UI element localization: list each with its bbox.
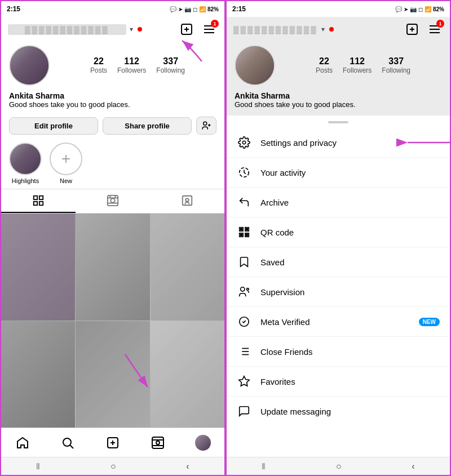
svg-rect-48 (241, 234, 242, 236)
svg-rect-50 (245, 233, 247, 235)
stat-posts[interactable]: 22 Posts (90, 56, 107, 74)
sheet-handle (328, 121, 348, 123)
highlight-thumb-1 (9, 143, 42, 175)
svg-rect-14 (34, 202, 37, 205)
grid-cell-1 (1, 213, 75, 321)
tab-grid[interactable] (1, 189, 76, 213)
meta-verified-label: Meta Verified (260, 317, 410, 327)
username-bar-left[interactable]: ▓▓▓▓▓▓▓▓▓▓▓▓ ▾ (8, 24, 142, 35)
svg-rect-16 (108, 195, 118, 206)
svg-point-7 (204, 122, 207, 125)
time-left: 2:15 (7, 5, 20, 13)
stat-following-r[interactable]: 337 Following (382, 56, 410, 74)
dropdown-icon-left[interactable]: ▾ (130, 25, 133, 33)
back-system-button-r[interactable]: ‹ (412, 461, 414, 471)
menu-item-settings[interactable]: Settings and privacy (227, 128, 450, 158)
search-button[interactable] (58, 433, 78, 453)
following-label-r: Following (382, 66, 410, 74)
following-label: Following (156, 66, 185, 74)
highlight-new-circle (50, 143, 82, 175)
right-panel: 2:15 💬 ➤ 📷 ◻ 📶 82% ▓▓▓▓▓▓▓▓▓▓▓▓ ▾ (226, 0, 451, 476)
reels-button[interactable] (148, 433, 168, 453)
camera-icon-r: 📷 (410, 6, 417, 12)
profile-section-right: 22 Posts 112 Followers 337 Following (227, 42, 450, 89)
menu-item-supervision[interactable]: Supervision (227, 277, 450, 307)
svg-rect-46 (241, 229, 242, 230)
recent-apps-button[interactable]: ⦀ (36, 461, 40, 471)
edit-profile-button[interactable]: Edit profile (9, 117, 98, 135)
bio-section-left: Ankita Sharma Good shoes take you to goo… (1, 89, 224, 113)
add-post-button-right[interactable] (404, 21, 421, 38)
highlight-item-new[interactable]: New (50, 143, 82, 184)
bio-text-left: Good shoes take you to good places. (9, 100, 216, 109)
grid-content (1, 213, 224, 428)
share-profile-button[interactable]: Share profile (103, 117, 192, 135)
menu-item-meta[interactable]: Meta Verified NEW (227, 307, 450, 337)
dropdown-icon-right[interactable]: ▾ (321, 25, 325, 33)
notification-dot-left (138, 27, 142, 32)
menu-item-activity[interactable]: Your activity (227, 158, 450, 188)
tabs-row (1, 189, 224, 213)
create-button[interactable] (103, 433, 123, 453)
avatar-left[interactable] (9, 45, 50, 86)
avatar-right[interactable] (235, 45, 275, 86)
svg-marker-63 (239, 376, 249, 386)
menu-item-qr[interactable]: QR code (227, 217, 450, 247)
menu-item-close-friends[interactable]: Close Friends (227, 337, 450, 367)
time-right: 2:15 (232, 5, 246, 13)
left-panel: 2:15 💬 ➤ 📷 ◻ 📶 82% ▓▓▓▓▓▓▓▓▓▓▓▓ ▾ (0, 0, 226, 476)
stat-following[interactable]: 337 Following (156, 56, 185, 74)
grid-cell-5 (76, 321, 149, 428)
grid-cell-4 (1, 321, 75, 428)
plus-icon (59, 152, 73, 166)
highlight-item-1[interactable]: Highlights (9, 143, 42, 184)
battery-right: 82% (433, 6, 444, 12)
add-post-button[interactable] (178, 21, 195, 38)
svg-rect-12 (34, 196, 37, 199)
profile-button[interactable] (193, 433, 213, 453)
bio-name-right: Ankita Sharma (235, 91, 442, 100)
home-button[interactable] (12, 433, 33, 453)
close-friends-label: Close Friends (260, 347, 440, 357)
stat-posts-r[interactable]: 22 Posts (316, 56, 333, 74)
bio-section-right: Ankita Sharma Good shoes take you to goo… (227, 89, 450, 115)
back-system-button[interactable]: ‹ (186, 461, 189, 471)
highlight-label-new: New (60, 177, 72, 184)
home-system-button[interactable]: ○ (110, 461, 116, 471)
svg-rect-22 (183, 196, 192, 206)
posts-count: 22 (94, 56, 104, 66)
menu-item-archive[interactable]: Archive (227, 188, 450, 217)
camera-icon: 📷 (184, 6, 191, 12)
username-bar-right[interactable]: ▓▓▓▓▓▓▓▓▓▓▓▓ ▾ (233, 25, 334, 34)
ig-icon-r: ◻ (418, 6, 423, 12)
menu-button[interactable]: 1 (201, 21, 218, 38)
plus-square-icon-right (405, 23, 419, 36)
menu-badge: 1 (211, 20, 219, 28)
svg-point-55 (247, 288, 249, 291)
system-nav-right: ⦀ ○ ‹ (227, 457, 450, 475)
settings-icon (237, 135, 251, 150)
add-friend-button[interactable] (196, 117, 216, 135)
menu-item-favorites[interactable]: Favorites (227, 367, 450, 397)
messaging-icon (237, 404, 251, 419)
svg-rect-30 (152, 437, 163, 448)
qr-icon (237, 225, 251, 239)
home-system-button-r[interactable]: ○ (336, 461, 342, 471)
archive-icon (237, 195, 251, 210)
recent-apps-button-r[interactable]: ⦀ (262, 461, 266, 471)
tab-tagged[interactable] (150, 189, 224, 213)
menu-item-messaging[interactable]: Update messaging (227, 397, 450, 426)
nav-icons-right: 1 (404, 21, 443, 38)
tab-reels[interactable] (76, 189, 150, 213)
search-icon (61, 436, 74, 450)
status-icons-right: 💬 ➤ 📷 ◻ 📶 82% (395, 6, 444, 12)
menu-sheet: Settings and privacy Your activity (227, 115, 450, 457)
stat-followers[interactable]: 112 Followers (117, 56, 146, 74)
signal-icon: 📶 (199, 6, 206, 12)
menu-button-right[interactable]: 1 (426, 21, 443, 38)
saved-label: Saved (260, 257, 440, 267)
menu-item-saved[interactable]: Saved (227, 247, 450, 277)
stat-followers-r[interactable]: 112 Followers (343, 56, 372, 74)
bottom-nav-left (1, 428, 224, 457)
svg-rect-53 (247, 233, 249, 235)
